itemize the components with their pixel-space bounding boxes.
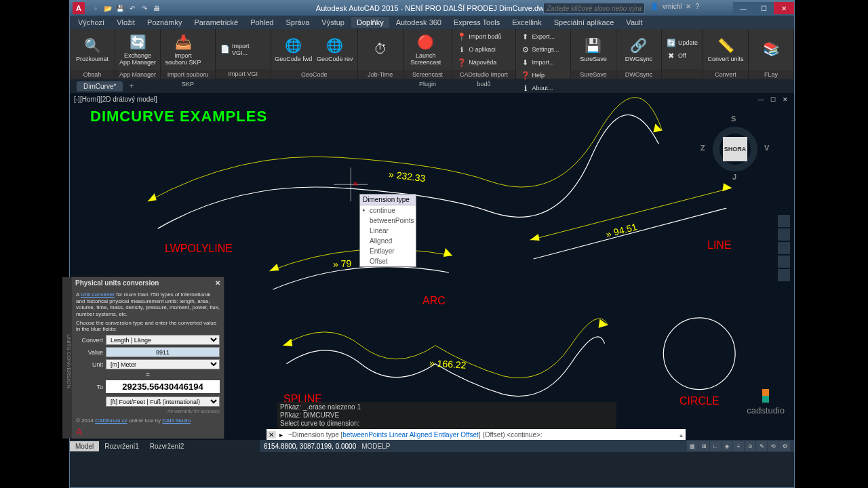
help-search-input[interactable] — [543, 3, 645, 14]
ribbon-button[interactable]: 📥Import souboru SKP — [163, 30, 203, 68]
ribbon-tab[interactable]: Výstup — [316, 17, 350, 28]
panel-close-icon[interactable]: ✕ — [215, 279, 220, 287]
command-line[interactable]: ✕ ▸ ~Dimension type [betweenPoints Linea… — [267, 429, 686, 440]
value-input[interactable] — [106, 347, 220, 357]
qat-undo-icon[interactable]: ↶ — [127, 3, 138, 14]
units-conversion-panel: UNITS CONVERSION Physical units conversi… — [71, 277, 224, 439]
status-toggle[interactable]: ⚙ — [779, 441, 790, 451]
doc-tab[interactable]: DimCurve* — [77, 81, 123, 92]
ribbon-button[interactable]: 🌐GeoCode fwd — [274, 30, 313, 68]
close-button[interactable]: ✕ — [774, 2, 794, 14]
ribbon-button[interactable]: ℹO aplikaci — [455, 43, 503, 56]
exchange-icon[interactable]: ✕ — [686, 3, 691, 10]
ribbon-tab[interactable]: Správa — [280, 17, 315, 28]
qat-open-icon[interactable]: 📂 — [102, 3, 113, 14]
signin-icon[interactable]: 👤 — [650, 3, 658, 10]
qat-save-icon[interactable]: 💾 — [115, 3, 125, 14]
status-toggle[interactable]: ⟲ — [768, 441, 778, 451]
status-bar: 6154.8800, 3087.0199, 0.0000 MODELP ▦ ⊞ … — [260, 440, 794, 452]
ribbon-button[interactable]: 🔍Prozkoumat — [73, 30, 112, 68]
viewcube[interactable]: SHORA S J V Z — [692, 106, 774, 188]
ribbon-tab[interactable]: Vložit — [111, 17, 140, 28]
vp-max-icon[interactable]: ☐ — [768, 96, 778, 104]
status-toggle[interactable]: ✎ — [756, 441, 767, 451]
ribbon-button[interactable]: ✖Off — [665, 49, 700, 62]
context-menu-item[interactable]: continue — [360, 205, 416, 216]
user-name[interactable]: vmichl — [663, 3, 682, 10]
convert-type-select[interactable]: Length | Länge — [106, 335, 220, 345]
unit-to-select[interactable]: [ft] Foot/Feet | Fuß (international) — [106, 396, 220, 407]
space-label: MODELP — [361, 443, 390, 450]
ribbon-button[interactable]: 🌐GeoCode rev — [315, 30, 355, 68]
ribbon-button[interactable]: ❓Nápověda — [455, 56, 503, 68]
help-icon[interactable]: ? — [695, 3, 699, 10]
vp-min-icon[interactable]: — — [756, 96, 766, 104]
ribbon-button[interactable]: ⏱ — [361, 30, 400, 68]
layout-tabs: ModelRozvržení1Rozvržení2 — [70, 440, 260, 452]
status-toggle[interactable]: ∟ — [710, 441, 721, 451]
qat-redo-icon[interactable]: ↷ — [139, 3, 150, 14]
cmdline-close-icon[interactable]: ✕ — [267, 431, 276, 439]
ribbon-button[interactable]: 📄Import VGI... — [218, 43, 268, 56]
ribbon-button[interactable]: 🔗DWGsync — [619, 30, 658, 68]
status-toggle[interactable]: ▦ — [687, 441, 698, 451]
status-toggle[interactable]: ⊙ — [745, 441, 755, 451]
command-prompt[interactable]: ~Dimension type [betweenPoints Linear Al… — [285, 431, 676, 439]
ribbon-tab[interactable]: Pohled — [245, 17, 279, 28]
ribbon-tab[interactable]: Parametrické — [189, 17, 243, 28]
ribbon-tab[interactable]: Speciální aplikace — [549, 17, 620, 28]
vp-close-icon[interactable]: ✕ — [781, 96, 790, 104]
qat-new-icon[interactable]: ▫ — [90, 3, 101, 14]
unit-converter-link[interactable]: Unit converter — [81, 291, 115, 298]
ribbon-tab[interactable]: Express Tools — [448, 17, 505, 28]
context-menu-item[interactable]: Offset — [360, 256, 416, 266]
ribbon-button[interactable]: 📚 — [751, 30, 791, 68]
layout-tab[interactable]: Rozvržení2 — [144, 441, 190, 451]
layout-tab[interactable]: Model — [70, 441, 99, 451]
minimize-button[interactable]: — — [733, 2, 753, 14]
ribbon-tab[interactable]: Vault — [620, 17, 648, 28]
app-window: A ▫ 📂 💾 ↶ ↷ 🖶 Autodesk AutoCAD 2015 - NE… — [69, 0, 795, 488]
context-menu-item[interactable]: Aligned — [360, 236, 416, 246]
nav-showmotion-icon[interactable] — [778, 269, 790, 281]
ribbon-tab[interactable]: Doplňky — [351, 17, 389, 28]
context-menu-item[interactable]: Linear — [360, 226, 416, 236]
unit-from-select[interactable]: [m] Meter — [106, 359, 220, 369]
ribbon-button[interactable]: 📏Convert units — [706, 30, 745, 68]
ribbon-button[interactable]: 🔴Launch Screencast — [406, 30, 446, 68]
add-tab-icon[interactable]: + — [125, 81, 138, 91]
cadstudio-link[interactable]: CAD Studio — [162, 418, 191, 424]
status-toggle[interactable]: ◈ — [722, 441, 732, 451]
context-menu-item[interactable]: Entlayer — [360, 246, 416, 256]
ribbon-button[interactable]: 📍Import bodů — [455, 30, 503, 43]
nav-zoom-icon[interactable] — [778, 242, 790, 254]
ribbon-button[interactable]: 💾SureSave — [574, 30, 613, 68]
status-toggle[interactable]: ⊞ — [698, 441, 709, 451]
svg-marker-2 — [269, 264, 279, 271]
nav-pan-icon[interactable] — [778, 228, 790, 241]
ribbon-tab[interactable]: Autodesk 360 — [391, 17, 447, 28]
maximize-button[interactable]: ☐ — [753, 2, 774, 14]
viewport-label[interactable]: [-][Horní][2D drátový model] — [74, 96, 157, 103]
ribbon-button[interactable]: ⚙Settings... — [519, 43, 561, 56]
status-toggle[interactable]: ≡ — [733, 441, 744, 451]
nav-orbit-icon[interactable] — [778, 256, 790, 268]
svg-point-9 — [663, 318, 735, 390]
svg-text:✕: ✕ — [353, 180, 358, 188]
ribbon-tab[interactable]: Excellink — [507, 17, 547, 28]
ribbon-button[interactable]: 🔄Exchange App Manager — [118, 30, 157, 68]
ribbon-button[interactable]: ⬆Export... — [519, 30, 561, 43]
ribbon-button[interactable]: 🔄Update — [665, 37, 700, 49]
app-logo-icon[interactable]: A — [73, 2, 85, 14]
panel-side-title[interactable]: UNITS CONVERSION — [62, 277, 72, 439]
viewcube-face[interactable]: SHORA — [723, 137, 747, 161]
ribbon-tab[interactable]: Výchozí — [73, 17, 110, 28]
ribbon-button[interactable]: ❓Help — [519, 69, 561, 81]
cadforum-link[interactable]: CADforum.cz — [95, 418, 127, 424]
ribbon-button[interactable]: ⬇Import... — [519, 56, 561, 68]
qat-print-icon[interactable]: 🖶 — [151, 3, 162, 14]
ribbon-tab[interactable]: Poznámky — [142, 17, 187, 28]
nav-wheel-icon[interactable] — [778, 215, 790, 227]
context-menu-item[interactable]: betweenPoints — [360, 216, 416, 226]
layout-tab[interactable]: Rozvržení1 — [99, 441, 144, 451]
